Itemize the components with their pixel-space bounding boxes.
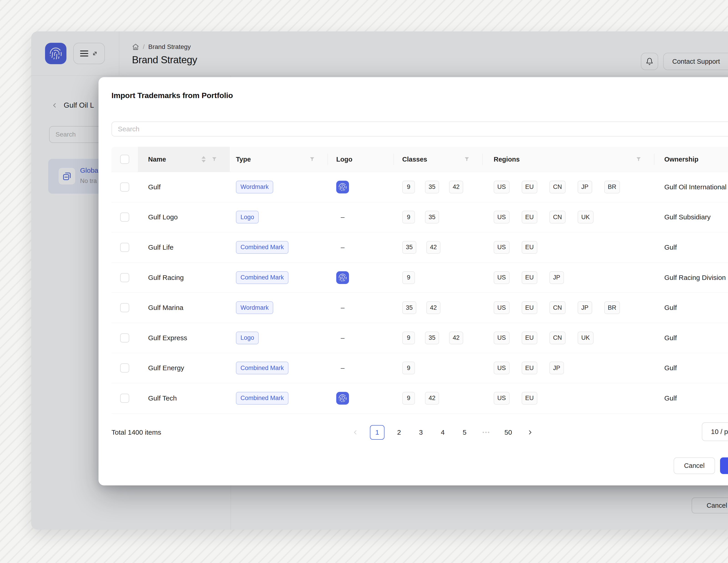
logo-cell (336, 271, 349, 284)
pagination-page-2[interactable]: 2 (392, 425, 406, 440)
pagination-page-50[interactable]: 50 (501, 425, 516, 440)
class-tag: 9 (402, 181, 415, 193)
regions-tags: USEUJP (482, 271, 654, 284)
region-tag: CN (549, 332, 566, 344)
column-header-regions[interactable]: Regions (482, 147, 654, 172)
column-label-regions: Regions (494, 156, 520, 163)
select-all-checkbox[interactable] (120, 155, 129, 164)
row-checkbox[interactable] (120, 183, 129, 192)
trademark-logo-fingerprint-icon (336, 392, 349, 405)
table-row: Gulf Energy Combined Mark – 9 USEUJP Gul… (111, 353, 728, 383)
class-tag: 35 (425, 332, 439, 344)
ownership-text: Gulf (664, 243, 677, 251)
classes-tags: 93542 (394, 181, 482, 193)
row-checkbox[interactable] (120, 363, 129, 373)
sort-carets-icon[interactable] (202, 156, 206, 162)
region-tag: CN (549, 181, 566, 193)
region-tag: EU (522, 392, 538, 405)
import-trademarks-modal: Import Trademarks from Portfolio Name Ty… (99, 77, 728, 485)
pagination: Total 1400 items 12345•••50 10 / page (111, 423, 728, 441)
class-tag: 42 (426, 301, 440, 314)
table-row: Gulf Racing Combined Mark 9 USEUJP Gulf … (111, 263, 728, 293)
class-tag: 42 (425, 392, 439, 405)
region-tag: EU (522, 211, 538, 223)
table-row: Gulf Logo Logo – 935 USEUCNUK Gulf Subsi… (111, 202, 728, 233)
logo-cell: – (336, 364, 349, 372)
trademark-name: Gulf (148, 183, 161, 191)
row-checkbox[interactable] (120, 213, 129, 222)
region-tag: EU (522, 181, 538, 193)
region-tag: EU (522, 241, 538, 254)
region-tag: EU (522, 362, 538, 374)
row-checkbox[interactable] (120, 303, 129, 312)
classes-tags: 942 (394, 392, 482, 405)
regions-tags: USEUCNUK (482, 332, 654, 344)
logo-cell: – (336, 213, 349, 221)
pagination-page-5[interactable]: 5 (457, 425, 472, 440)
trademark-name: Gulf Logo (148, 213, 178, 221)
trademark-name: Gulf Racing (148, 274, 184, 281)
pagination-total: Total 1400 items (111, 429, 161, 436)
logo-cell: – (336, 334, 349, 342)
region-tag: CN (549, 301, 566, 314)
no-logo-dash: – (341, 334, 345, 342)
column-header-name[interactable]: Name (138, 147, 230, 172)
table-row: Gulf Wordmark 93542 USEUCNJPBR Gulf Oil … (111, 172, 728, 202)
region-tag: US (494, 301, 510, 314)
regions-tags: USEUCNUK (482, 211, 654, 223)
column-header-classes[interactable]: Classes (394, 147, 482, 172)
class-tag: 9 (402, 392, 415, 405)
page-size-select[interactable]: 10 / page (702, 422, 728, 441)
next-page-button[interactable] (523, 425, 537, 440)
column-label-logo: Logo (336, 156, 352, 163)
region-tag: JP (549, 362, 564, 374)
ownership-text: Gulf Oil International (664, 183, 726, 191)
modal-cancel-button[interactable]: Cancel (674, 457, 715, 474)
pagination-page-3[interactable]: 3 (414, 425, 428, 440)
column-header-type[interactable]: Type (230, 147, 328, 172)
region-tag: US (494, 332, 510, 344)
classes-tags: 9 (394, 362, 482, 374)
pagination-page-4[interactable]: 4 (435, 425, 450, 440)
region-tag: UK (578, 332, 594, 344)
filter-icon[interactable] (212, 157, 217, 162)
classes-tags: 3542 (394, 301, 482, 314)
column-label-classes: Classes (402, 156, 427, 163)
regions-tags: USEU (482, 241, 654, 254)
row-checkbox[interactable] (120, 333, 129, 342)
table-body: Gulf Wordmark 93542 USEUCNJPBR Gulf Oil … (111, 172, 728, 413)
class-tag: 9 (402, 332, 415, 344)
regions-tags: USEUCNJPBR (482, 301, 654, 314)
ownership-text: Gulf (664, 304, 677, 311)
type-badge: Combined Mark (236, 241, 288, 254)
region-tag: US (494, 362, 510, 374)
classes-tags: 93542 (394, 332, 482, 344)
pagination-page-1[interactable]: 1 (370, 425, 384, 440)
row-checkbox[interactable] (120, 243, 129, 252)
filter-icon[interactable] (309, 157, 315, 162)
no-logo-dash: – (341, 364, 345, 372)
class-tag: 9 (402, 271, 415, 284)
column-label-name: Name (148, 156, 166, 163)
trademark-name: Gulf Marina (148, 304, 183, 311)
classes-tags: 3542 (394, 241, 482, 254)
region-tag: CN (549, 211, 566, 223)
prev-page-button[interactable] (348, 425, 363, 440)
modal-search-input[interactable] (111, 122, 728, 137)
row-checkbox[interactable] (120, 394, 129, 403)
ownership-text: Gulf (664, 394, 677, 402)
table-row: Gulf Tech Combined Mark 942 USEU Gulf (111, 383, 728, 413)
modal-primary-button[interactable] (720, 457, 728, 474)
screen: / Brand Strategy Brand Strategy Contact … (0, 0, 728, 563)
trademark-logo-fingerprint-icon (336, 271, 349, 284)
regions-tags: USEU (482, 392, 654, 405)
filter-icon[interactable] (464, 157, 470, 162)
filter-icon[interactable] (636, 157, 641, 162)
pagination-ellipsis[interactable]: ••• (479, 425, 494, 440)
column-label-type: Type (236, 156, 251, 163)
row-checkbox[interactable] (120, 273, 129, 282)
column-header-logo: Logo (328, 147, 394, 172)
trademark-name: Gulf Tech (148, 394, 177, 402)
trademark-name: Gulf Energy (148, 364, 184, 372)
no-logo-dash: – (341, 243, 345, 251)
